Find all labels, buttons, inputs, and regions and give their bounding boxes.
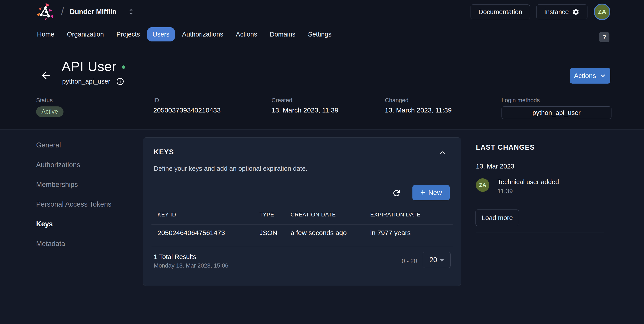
results-timestamp: Monday 13. Mar 2023, 15:06	[154, 262, 228, 269]
changed-value: 13. March 2023, 11:39	[385, 106, 452, 114]
table-row[interactable]: 205024640647561473 JSON a few seconds ag…	[143, 229, 461, 247]
detail-side-nav: General Authorizations Memberships Perso…	[36, 141, 111, 248]
pagination-range: 0 - 20	[402, 258, 417, 265]
id-value: 205003739340210433	[153, 106, 220, 114]
page-title: API User	[62, 59, 116, 74]
last-changes-title: LAST CHANGES	[476, 143, 535, 152]
sidebar-item-keys[interactable]: Keys	[36, 220, 111, 228]
info-icon[interactable]	[116, 77, 124, 86]
table-divider-top	[152, 224, 452, 225]
total-results: 1 Total Results	[154, 253, 196, 261]
change-entry: ZA Technical user added 11:39	[476, 178, 559, 195]
zitadel-logo-icon[interactable]	[36, 2, 55, 21]
top-bar: / Dunder Mifflin Documentation Instance …	[0, 0, 644, 24]
keys-card-description: Define your keys and add an optional exp…	[154, 165, 308, 172]
tab-authorizations[interactable]: Authorizations	[176, 27, 229, 41]
keys-card: KEYS Define your keys and add an optiona…	[143, 137, 461, 286]
top-bar-actions: Documentation Instance ZA	[470, 0, 610, 24]
collapse-card-button[interactable]	[438, 148, 448, 157]
sidebar-item-authorizations[interactable]: Authorizations	[36, 161, 111, 169]
tab-settings[interactable]: Settings	[303, 27, 337, 41]
actions-button[interactable]: Actions	[570, 68, 610, 84]
meta-login-methods: Login methods python_api_user	[502, 97, 612, 119]
page-size-select[interactable]: 20	[423, 252, 450, 268]
column-expiration-date: EXPIRATION DATE	[370, 211, 420, 218]
arrow-back-icon	[40, 69, 52, 81]
refresh-icon	[392, 188, 401, 198]
created-label: Created	[272, 97, 338, 104]
plus-icon: +	[420, 188, 425, 196]
changed-label: Changed	[385, 97, 452, 104]
new-key-button[interactable]: + New	[412, 185, 450, 200]
caret-down-icon	[440, 259, 444, 262]
tab-projects[interactable]: Projects	[111, 27, 146, 41]
column-creation-date: CREATION DATE	[290, 211, 336, 218]
meta-status: Status Active	[36, 97, 64, 117]
tab-domains[interactable]: Domains	[264, 27, 301, 41]
new-key-label: New	[428, 189, 442, 196]
gear-icon	[572, 8, 580, 16]
breadcrumb-slash: /	[61, 5, 64, 17]
column-type: TYPE	[260, 211, 274, 218]
keys-card-title: KEYS	[154, 148, 174, 156]
cell-type: JSON	[260, 229, 277, 237]
page-title-row: API User	[62, 59, 125, 74]
login-method-chip: python_api_user	[502, 106, 612, 119]
unfold-more-icon[interactable]	[127, 8, 135, 16]
cell-key-id: 205024640647561473	[158, 229, 225, 237]
created-value: 13. March 2023, 11:39	[272, 106, 338, 114]
column-key-id: KEY ID	[158, 211, 176, 218]
sidebar-item-personal-access-tokens[interactable]: Personal Access Tokens	[36, 200, 111, 208]
sidebar-item-metadata[interactable]: Metadata	[36, 240, 111, 248]
entry-avatar: ZA	[476, 178, 490, 192]
tab-home[interactable]: Home	[32, 27, 60, 41]
entry-time: 11:39	[498, 187, 559, 195]
sidebar-item-memberships[interactable]: Memberships	[36, 181, 111, 189]
entry-text: Technical user added	[498, 178, 559, 186]
entry-avatar-initials: ZA	[479, 182, 486, 188]
back-button[interactable]	[40, 69, 52, 81]
id-label: ID	[153, 97, 220, 104]
cell-creation-date: a few seconds ago	[290, 229, 347, 237]
page-subtitle-row: python_api_user	[62, 77, 124, 86]
cell-expiration-date: in 7977 years	[370, 229, 411, 237]
active-state-dot	[122, 65, 125, 69]
page-size-value: 20	[430, 256, 437, 264]
chevron-down-icon	[600, 72, 606, 79]
tab-users[interactable]: Users	[147, 27, 175, 41]
meta-changed: Changed 13. March 2023, 11:39	[385, 97, 452, 114]
table-divider-bottom	[152, 247, 452, 247]
instance-button[interactable]: Instance	[536, 4, 588, 19]
documentation-label: Documentation	[478, 8, 522, 16]
status-badge: Active	[36, 106, 64, 117]
instance-label: Instance	[544, 8, 569, 16]
avatar-initials: ZA	[598, 8, 606, 15]
sidebar-item-general[interactable]: General	[36, 141, 111, 149]
main-nav: Home Organization Projects Users Authori…	[0, 24, 644, 45]
tab-organization[interactable]: Organization	[62, 27, 109, 41]
tab-actions[interactable]: Actions	[230, 27, 262, 41]
chevron-up-icon	[438, 149, 446, 157]
user-avatar[interactable]: ZA	[594, 3, 610, 20]
username-subtitle: python_api_user	[62, 78, 110, 85]
meta-created: Created 13. March 2023, 11:39	[272, 97, 338, 114]
login-methods-label: Login methods	[502, 97, 612, 104]
changes-panel-divider	[476, 233, 604, 233]
changes-date: 13. Mar 2023	[476, 163, 514, 170]
brand-area: / Dunder Mifflin	[36, 2, 135, 21]
documentation-button[interactable]: Documentation	[470, 4, 530, 19]
refresh-button[interactable]	[392, 187, 404, 199]
meta-id: ID 205003739340210433	[153, 97, 220, 114]
org-switcher[interactable]: Dunder Mifflin	[70, 8, 116, 16]
status-label: Status	[36, 97, 64, 104]
entry-body: Technical user added 11:39	[498, 178, 559, 195]
load-more-button[interactable]: Load more	[476, 209, 519, 226]
help-button[interactable]: ?	[599, 32, 610, 42]
actions-label: Actions	[574, 72, 596, 80]
